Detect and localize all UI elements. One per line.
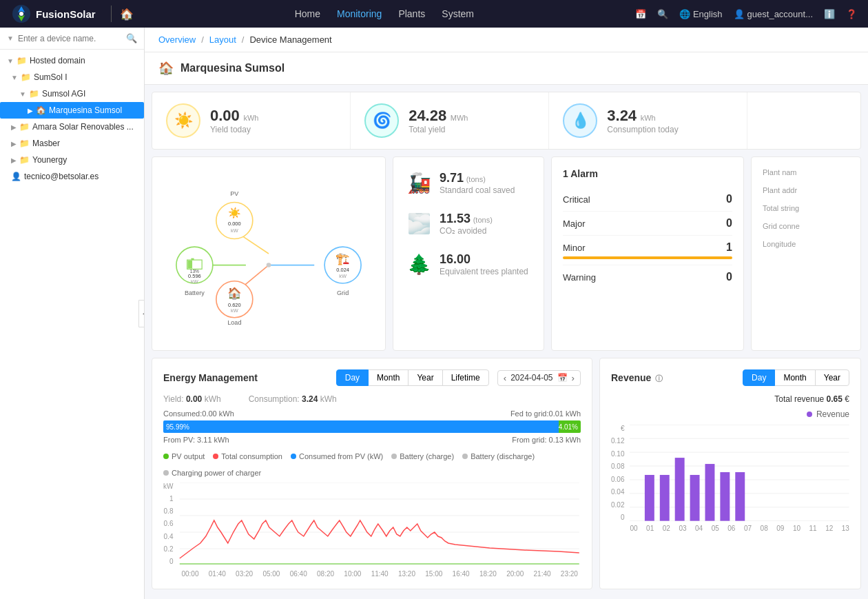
- svg-text:PV: PV: [230, 190, 239, 197]
- legend-pv-output: PV output: [163, 452, 205, 460]
- sidebar-item-tecnico[interactable]: 👤 tecnico@betsolar.es: [0, 168, 144, 185]
- rev-y-0.08: 0.08: [611, 463, 624, 470]
- sidebar-collapse-button[interactable]: ◀: [138, 300, 145, 327]
- page-title: Marquesina Sumsol: [180, 62, 285, 74]
- svg-text:kW: kW: [339, 273, 347, 279]
- rev-y-unit: €: [611, 425, 624, 432]
- language-selector[interactable]: 🌐 English: [679, 9, 723, 19]
- plant-building-icon: 🏠: [158, 61, 174, 76]
- legend-charging-dot: [163, 470, 169, 476]
- y-0.4: 0.4: [163, 533, 173, 540]
- page-header: 🏠 Marquesina Sumsol: [145, 52, 868, 85]
- flow-diagram: ☀️ 0.000 kW PV 13% 0.596 kW Battery: [166, 171, 371, 336]
- nav-system[interactable]: System: [442, 8, 474, 19]
- folder-icon: 📁: [19, 155, 30, 165]
- alarm-major-label: Major: [563, 219, 586, 229]
- tree-icon: 🌲: [407, 253, 431, 276]
- info-longitude: Longitude: [763, 240, 849, 248]
- header: FusionSolar 🏠 Home Monitoring Plants Sys…: [0, 0, 868, 28]
- search-icon[interactable]: 🔍: [657, 9, 668, 19]
- svg-rect-48: [675, 458, 685, 521]
- arrow-icon: ▶: [28, 107, 33, 114]
- stats-row: ☀️ 0.00 kWh Yield today 🌀 24.28 MWh To: [152, 92, 861, 150]
- sidebar-item-amara[interactable]: ▶ 📁 Amara Solar Renovables ...: [0, 119, 144, 135]
- svg-rect-47: [660, 475, 670, 521]
- sidebar-item-hosted-domain[interactable]: ▼ 📁 Hosted domain: [0, 52, 144, 69]
- revenue-chart-header: Revenue ⓘ Day Month Year: [611, 369, 849, 386]
- sidebar-item-sumsol1[interactable]: ▼ 📁 SumSol I: [0, 69, 144, 85]
- revenue-total: Total revenue 0.65 €: [611, 394, 849, 404]
- svg-point-8: [267, 263, 271, 267]
- revenue-bar-chart: [630, 425, 849, 521]
- tab-lifetime[interactable]: Lifetime: [442, 369, 489, 386]
- prog-bar-grid: 4.01%: [559, 420, 581, 433]
- svg-text:Battery: Battery: [185, 290, 205, 296]
- device-search-input[interactable]: [18, 34, 122, 43]
- y-1: 1: [163, 495, 173, 502]
- header-right: 📅 🔍 🌐 English 👤 guest_account... ℹ️ ❓: [635, 9, 857, 19]
- dropdown-icon[interactable]: ▼: [7, 34, 14, 42]
- svg-text:🏠: 🏠: [227, 286, 242, 301]
- x-axis: 00:00 01:40 03:20 05:00 06:40 08:20 10:0…: [178, 570, 581, 578]
- revenue-tab-day[interactable]: Day: [743, 369, 775, 386]
- folder-icon: 📁: [29, 89, 39, 99]
- calendar-icon[interactable]: 📅: [557, 373, 568, 383]
- rev-y-0.04: 0.04: [611, 488, 624, 496]
- y-0.2: 0.2: [163, 545, 173, 553]
- sidebar-item-marquesina[interactable]: ▶ 🏠 Marquesina Sumsol: [0, 102, 144, 119]
- alarm-major-count: 0: [726, 217, 732, 230]
- alarm-critical-count: 0: [726, 193, 732, 205]
- sidebar: ▼ 🔍 ▼ 📁 Hosted domain ▼ 📁 SumSol I ▼ 📁 S…: [0, 28, 145, 599]
- date-prev-button[interactable]: ‹: [504, 373, 506, 383]
- sidebar-tree: ▼ 📁 Hosted domain ▼ 📁 SumSol I ▼ 📁 Sumso…: [0, 50, 144, 187]
- nav-plants[interactable]: Plants: [398, 8, 425, 19]
- svg-text:☀️: ☀️: [228, 207, 241, 219]
- legend-battery-discharge-dot: [462, 454, 468, 459]
- sidebar-item-sumsol-agi[interactable]: ▼ 📁 Sumsol AGI: [0, 85, 144, 102]
- search-icon[interactable]: 🔍: [126, 33, 137, 43]
- y-0.6: 0.6: [163, 520, 173, 527]
- info-plant-name: Plant nam: [763, 168, 849, 176]
- rev-y-0: 0: [611, 514, 624, 521]
- breadcrumb: Overview / Layout / Device Management: [145, 28, 868, 52]
- help-icon[interactable]: ❓: [846, 9, 857, 19]
- co2-icon: 🌫️: [407, 212, 431, 235]
- nav-home[interactable]: Home: [295, 8, 320, 19]
- alarm-minor: Minor 1: [563, 236, 732, 265]
- tab-day[interactable]: Day: [336, 369, 369, 386]
- folder-icon: 📁: [19, 122, 30, 132]
- info-plant-addr: Plant addr: [763, 186, 849, 194]
- legend-charging-power: Charging power of charger: [163, 469, 261, 477]
- nav-monitoring[interactable]: Monitoring: [337, 8, 382, 19]
- tab-month[interactable]: Month: [368, 369, 409, 386]
- svg-text:kW: kW: [231, 227, 238, 234]
- revenue-info-icon: ⓘ: [655, 374, 663, 383]
- alarm-warning: Warning 0: [563, 265, 732, 289]
- calendar-icon[interactable]: 📅: [635, 9, 646, 19]
- breadcrumb-overview[interactable]: Overview: [158, 34, 196, 45]
- env-coal-saved: 🚂 9.71 (tons) Standard coal saved: [407, 171, 530, 195]
- tab-year[interactable]: Year: [408, 369, 442, 386]
- home-nav-icon[interactable]: 🏠: [120, 8, 134, 21]
- sidebar-item-younergy[interactable]: ▶ 📁 Younergy: [0, 152, 144, 168]
- alarm-header: 1 Alarm: [563, 168, 732, 179]
- rev-y-0.10: 0.10: [611, 450, 624, 458]
- info-icon[interactable]: ℹ️: [824, 9, 835, 19]
- revenue-tab-month[interactable]: Month: [774, 369, 815, 386]
- info-total-string: Total string: [763, 204, 849, 212]
- breadcrumb-layout[interactable]: Layout: [209, 34, 236, 45]
- revenue-tab-year[interactable]: Year: [815, 369, 849, 386]
- folder-icon: 📁: [17, 56, 27, 65]
- date-next-button[interactable]: ›: [572, 373, 575, 383]
- rev-y-0.06: 0.06: [611, 476, 624, 483]
- info-grid-connection: Grid conne: [763, 222, 849, 230]
- sidebar-item-masber[interactable]: ▶ 📁 Masber: [0, 135, 144, 152]
- legend-battery-charge-dot: [391, 454, 397, 459]
- app-logo: FusionSolar: [11, 3, 96, 24]
- consumption-icon: 💧: [563, 103, 597, 138]
- energy-flow-panel: ☀️ 0.000 kW PV 13% 0.596 kW Battery: [152, 156, 386, 351]
- alarm-critical: Critical 0: [563, 187, 732, 212]
- alarm-major: Major 0: [563, 212, 732, 236]
- user-icon: 👤: [11, 172, 21, 181]
- user-account[interactable]: 👤 guest_account...: [734, 9, 813, 19]
